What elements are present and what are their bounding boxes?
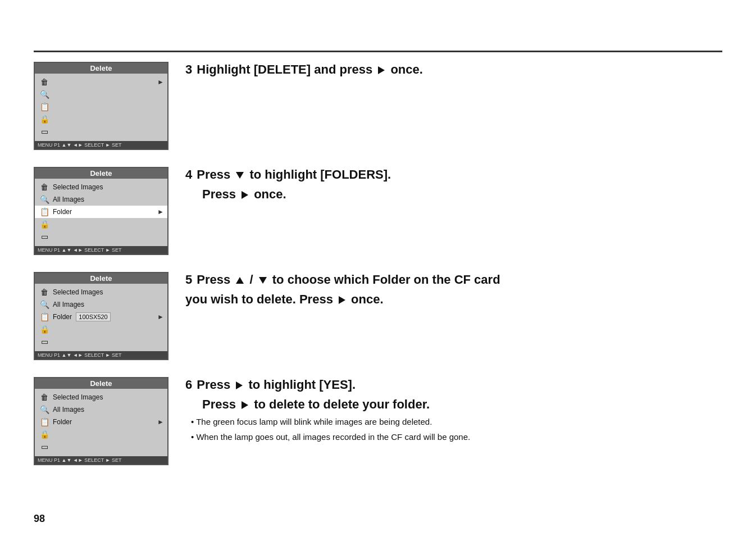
menu-label-4-0: Selected Images bbox=[53, 183, 164, 191]
instruction-5: 5Press / to choose which Folder on the C… bbox=[185, 272, 722, 311]
menu-row-3-1: 🔍 bbox=[35, 88, 167, 101]
menu-arrow-6-2: ► bbox=[157, 418, 164, 426]
step-num-4: 4 bbox=[185, 167, 192, 181]
step-num-5: 5 bbox=[185, 272, 192, 287]
menu-row-3-4: ▭ bbox=[35, 125, 167, 138]
menu-body-3: 🗑►🔍📋🔒▭ bbox=[35, 74, 167, 141]
arrow-right-icon bbox=[339, 296, 345, 304]
menu-row-4-3: 🔒 bbox=[35, 218, 167, 230]
menu-row-6-2: 📋Folder► bbox=[35, 416, 167, 428]
menu-icon-5-3: 🔒 bbox=[38, 325, 51, 334]
menu-icon-3-0: 🗑 bbox=[38, 78, 51, 87]
panel-title-5: Delete bbox=[35, 273, 167, 284]
content-area: Delete🗑►🔍📋🔒▭MENU P1 ▲▼ ◄► SELECT ► SET3H… bbox=[34, 62, 722, 514]
menu-icon-6-2: 📋 bbox=[38, 417, 51, 426]
menu-label-6-0: Selected Images bbox=[53, 393, 164, 401]
menu-icon-6-1: 🔍 bbox=[38, 405, 51, 414]
top-rule bbox=[34, 51, 722, 52]
menu-body-6: 🗑Selected Images🔍All Images📋Folder►🔒▭ bbox=[35, 389, 167, 456]
menu-label-6-1: All Images bbox=[53, 406, 164, 414]
menu-label-5-1: All Images bbox=[53, 301, 164, 308]
menu-arrow-4-2: ► bbox=[157, 208, 164, 216]
step-line-6-0: 6Press to highlight [YES]. bbox=[185, 377, 722, 393]
cam-panel-6: Delete🗑Selected Images🔍All Images📋Folder… bbox=[34, 377, 168, 465]
page-number: 98 bbox=[34, 513, 45, 525]
panel-title-4: Delete bbox=[35, 168, 167, 179]
instruction-3: 3Highlight [DELETE] and press once. bbox=[185, 62, 722, 81]
step-line-3-0: 3Highlight [DELETE] and press once. bbox=[185, 62, 722, 78]
menu-row-5-0: 🗑Selected Images bbox=[35, 286, 167, 298]
menu-row-4-1: 🔍All Images bbox=[35, 193, 167, 206]
status-bar-6: MENU P1 ▲▼ ◄► SELECT ► SET bbox=[35, 456, 167, 464]
arrow-down-icon bbox=[259, 277, 267, 284]
menu-icon-4-0: 🗑 bbox=[38, 183, 51, 192]
cam-panel-5: Delete🗑Selected Images🔍All Images📋Folder… bbox=[34, 272, 168, 360]
arrow-right-icon bbox=[236, 381, 243, 389]
menu-row-5-3: 🔒 bbox=[35, 323, 167, 335]
status-bar-3: MENU P1 ▲▼ ◄► SELECT ► SET bbox=[35, 141, 167, 149]
menu-row-4-4: ▭ bbox=[35, 230, 167, 243]
panel-title-3: Delete bbox=[35, 63, 167, 74]
menu-icon-4-3: 🔒 bbox=[38, 220, 51, 229]
sub-line-4-0: Press once. bbox=[202, 187, 722, 203]
arrow-right-icon bbox=[242, 401, 248, 409]
step-num-6: 6 bbox=[185, 378, 192, 392]
menu-icon-5-1: 🔍 bbox=[38, 300, 51, 309]
menu-body-5: 🗑Selected Images🔍All Images📋Folder 100SX… bbox=[35, 284, 167, 351]
menu-label-4-2: Folder bbox=[53, 208, 157, 216]
menu-row-5-4: ▭ bbox=[35, 335, 167, 348]
menu-arrow-3-0: ► bbox=[157, 78, 164, 86]
menu-row-4-2: 📋Folder► bbox=[35, 206, 167, 218]
status-bar-4: MENU P1 ▲▼ ◄► SELECT ► SET bbox=[35, 246, 167, 254]
subfolder-label-5: 100SX520 bbox=[76, 312, 110, 321]
menu-icon-6-3: 🔒 bbox=[38, 430, 51, 439]
step-row-3: Delete🗑►🔍📋🔒▭MENU P1 ▲▼ ◄► SELECT ► SET3H… bbox=[34, 62, 722, 150]
status-bar-5: MENU P1 ▲▼ ◄► SELECT ► SET bbox=[35, 351, 167, 359]
menu-row-4-0: 🗑Selected Images bbox=[35, 181, 167, 193]
bullet-line-6-1: • When the lamp goes out, all images rec… bbox=[191, 431, 722, 444]
menu-row-6-1: 🔍All Images bbox=[35, 403, 167, 416]
menu-label-6-2: Folder bbox=[53, 418, 157, 426]
menu-icon-4-1: 🔍 bbox=[38, 195, 51, 204]
step-num-3: 3 bbox=[185, 62, 192, 76]
menu-icon-5-4: ▭ bbox=[38, 337, 51, 346]
panel-title-6: Delete bbox=[35, 378, 167, 389]
menu-icon-6-0: 🗑 bbox=[38, 393, 51, 402]
step-line-5-1: you wish to delete. Press once. bbox=[185, 292, 722, 308]
menu-label-5-0: Selected Images bbox=[53, 288, 164, 296]
menu-row-6-0: 🗑Selected Images bbox=[35, 391, 167, 403]
step-row-4: Delete🗑Selected Images🔍All Images📋Folder… bbox=[34, 167, 722, 255]
menu-row-3-3: 🔒 bbox=[35, 113, 167, 125]
menu-icon-6-4: ▭ bbox=[38, 442, 51, 451]
instruction-6: 6Press to highlight [YES].Press to delet… bbox=[185, 377, 722, 443]
menu-icon-3-2: 📋 bbox=[38, 102, 51, 111]
menu-label-5-2: Folder 100SX520 bbox=[53, 313, 157, 321]
menu-row-3-0: 🗑► bbox=[35, 76, 167, 88]
menu-body-4: 🗑Selected Images🔍All Images📋Folder►🔒▭ bbox=[35, 179, 167, 246]
arrow-up-icon bbox=[236, 277, 244, 284]
cam-panel-3: Delete🗑►🔍📋🔒▭MENU P1 ▲▼ ◄► SELECT ► SET bbox=[34, 62, 168, 150]
step-line-5-0: 5Press / to choose which Folder on the C… bbox=[185, 272, 722, 288]
menu-icon-4-4: ▭ bbox=[38, 232, 51, 241]
step-line-4-0: 4Press to highlight [FOLDERS]. bbox=[185, 167, 722, 183]
menu-icon-3-3: 🔒 bbox=[38, 115, 51, 124]
menu-label-4-1: All Images bbox=[53, 196, 164, 203]
menu-row-6-4: ▭ bbox=[35, 440, 167, 453]
menu-row-6-3: 🔒 bbox=[35, 428, 167, 440]
sub-arrow-5-2: ► bbox=[157, 313, 164, 321]
menu-row-3-2: 📋 bbox=[35, 101, 167, 113]
arrow-right-icon bbox=[242, 191, 248, 199]
menu-icon-4-2: 📋 bbox=[38, 207, 51, 216]
menu-icon-5-0: 🗑 bbox=[38, 288, 51, 297]
menu-icon-3-1: 🔍 bbox=[38, 90, 51, 99]
arrow-down-icon bbox=[236, 172, 244, 179]
step-row-6: Delete🗑Selected Images🔍All Images📋Folder… bbox=[34, 377, 722, 465]
arrow-right-icon bbox=[378, 66, 385, 74]
menu-row-5-2: 📋Folder 100SX520► bbox=[35, 311, 167, 323]
instruction-4: 4Press to highlight [FOLDERS].Press once… bbox=[185, 167, 722, 206]
menu-icon-3-4: ▭ bbox=[38, 127, 51, 136]
menu-row-5-1: 🔍All Images bbox=[35, 298, 167, 311]
cam-panel-4: Delete🗑Selected Images🔍All Images📋Folder… bbox=[34, 167, 168, 255]
menu-icon-5-2: 📋 bbox=[38, 312, 51, 321]
bullet-line-6-0: • The green focus lamp will blink while … bbox=[191, 416, 722, 429]
